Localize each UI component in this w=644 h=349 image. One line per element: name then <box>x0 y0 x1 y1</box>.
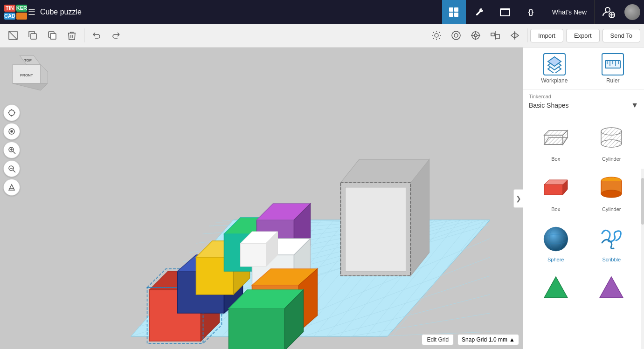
mirror-button[interactable] <box>506 26 524 45</box>
duplicate-button[interactable] <box>43 26 62 45</box>
svg-point-6 <box>605 7 610 12</box>
svg-marker-38 <box>511 33 515 38</box>
bottom-controls: Edit Grid Snap Grid 1.0 mm ▲ <box>422 334 519 345</box>
svg-rect-12 <box>31 34 36 39</box>
shapes-title: Basic Shapes <box>529 102 569 109</box>
svg-marker-139 <box>241 243 266 267</box>
sphere-label: Sphere <box>547 257 564 262</box>
cylinder-hole-shape[interactable]: Cylinder <box>585 117 639 165</box>
copy-button[interactable] <box>23 26 42 45</box>
tools-button[interactable] <box>468 0 492 24</box>
svg-point-168 <box>601 190 622 198</box>
workplane-item[interactable]: Workplane <box>529 53 580 84</box>
codeblocks-button[interactable]: {} <box>519 0 543 24</box>
shapes-selector[interactable]: Basic Shapes ▼ <box>529 101 638 109</box>
shape-green-icon <box>539 272 573 305</box>
right-panel: Workplane Ruler Tinkercad <box>523 48 644 349</box>
group-button[interactable] <box>486 26 505 45</box>
svg-marker-136 <box>229 308 285 349</box>
align-button[interactable] <box>466 26 485 45</box>
svg-point-28 <box>474 34 477 37</box>
box-solid-icon <box>539 171 573 205</box>
undo-button[interactable] <box>87 26 106 45</box>
topbar: TIN KER CAD ☰ Cube puzzle <box>0 0 644 24</box>
shape-green[interactable] <box>529 268 583 311</box>
svg-rect-34 <box>491 33 495 36</box>
project-name[interactable]: Cube puzzle <box>40 8 82 16</box>
cylinder-hole-label: Cylinder <box>602 156 621 162</box>
cylinder-solid-label: Cylinder <box>602 206 621 212</box>
cylinder-solid-shape[interactable]: Cylinder <box>585 167 639 216</box>
svg-point-17 <box>435 34 438 37</box>
sphere-solid-icon <box>539 221 573 255</box>
hide-show-button[interactable] <box>4 26 22 45</box>
import-button[interactable]: Import <box>530 29 563 42</box>
whats-new-button[interactable]: What's New <box>545 0 595 24</box>
sphere-solid-shape[interactable]: Sphere <box>529 218 583 266</box>
ruler-label: Ruler <box>606 77 620 84</box>
zoom-out-button[interactable] <box>3 160 20 177</box>
workplane-icon-box <box>543 53 566 75</box>
center-button[interactable] <box>3 123 20 140</box>
tinkercad-logo[interactable]: TIN KER CAD <box>0 0 23 24</box>
svg-line-24 <box>439 32 440 33</box>
snap-grid-value: 1.0 mm <box>489 336 507 343</box>
svg-line-51 <box>13 170 15 172</box>
svg-rect-5 <box>500 8 510 10</box>
scribble-shape[interactable]: Scribble <box>585 218 639 266</box>
svg-line-22 <box>433 32 434 33</box>
logo-cad: CAD <box>4 13 15 20</box>
scribble-label: Scribble <box>602 257 621 262</box>
box-hole-icon <box>539 121 573 154</box>
separator-1 <box>84 28 84 42</box>
snap-grid-area: Snap Grid 1.0 mm ▲ <box>457 334 519 345</box>
gallery-button[interactable] <box>493 0 517 24</box>
shapes-dropdown-arrow[interactable]: ▼ <box>631 101 638 109</box>
shape-purple-icon <box>595 272 628 305</box>
ruler-icon-box <box>602 53 624 75</box>
send-to-button[interactable]: Send To <box>602 29 640 42</box>
shapes-scroll-container[interactable]: Box <box>523 113 644 349</box>
avatar-button[interactable] <box>620 0 644 24</box>
grid-view-button[interactable] <box>442 0 466 24</box>
separator-2 <box>527 28 527 42</box>
box-solid-shape[interactable]: Box <box>529 167 583 216</box>
svg-line-23 <box>439 38 440 39</box>
shape-purple[interactable] <box>585 268 639 311</box>
box-solid-label: Box <box>551 206 560 212</box>
svg-point-45 <box>11 130 13 132</box>
ruler-item[interactable]: Ruler <box>588 53 639 84</box>
redo-button[interactable] <box>107 26 125 45</box>
svg-marker-110 <box>346 187 406 271</box>
scene: Workplane <box>0 48 523 349</box>
panel-collapse-button[interactable]: ❯ <box>513 189 523 208</box>
scrollbar-thumb[interactable] <box>641 178 644 225</box>
hamburger-menu[interactable]: ☰ <box>28 7 35 17</box>
zoom-in-button[interactable] <box>3 142 20 158</box>
edit-grid-button[interactable]: Edit Grid <box>422 334 454 345</box>
scrollbar-track <box>641 169 644 349</box>
fit-to-view-button[interactable] <box>3 104 20 121</box>
add-user-button[interactable] <box>596 0 620 24</box>
svg-marker-174 <box>544 277 568 298</box>
viewport[interactable]: TOP FRONT <box>0 48 523 349</box>
svg-rect-14 <box>50 34 56 39</box>
delete-button[interactable] <box>62 26 81 45</box>
perspective-button[interactable] <box>3 179 20 196</box>
export-button[interactable]: Export <box>566 29 600 42</box>
topbar-right: {} What's New <box>442 0 644 24</box>
annotation-button[interactable] <box>447 26 465 45</box>
light-button[interactable] <box>427 26 446 45</box>
shapes-category: Tinkercad <box>529 94 638 99</box>
cylinder-solid-icon <box>595 171 628 205</box>
svg-line-25 <box>433 38 434 39</box>
snap-grid-dropdown[interactable]: ▲ <box>509 336 515 343</box>
svg-line-11 <box>9 31 17 40</box>
svg-point-26 <box>452 31 460 40</box>
svg-rect-35 <box>496 34 499 39</box>
logo-tin: TIN <box>4 5 15 12</box>
box-hole-label: Box <box>551 156 560 162</box>
box-hole-shape[interactable]: Box <box>529 117 583 165</box>
scribble-icon <box>595 221 628 255</box>
svg-point-171 <box>544 227 568 251</box>
